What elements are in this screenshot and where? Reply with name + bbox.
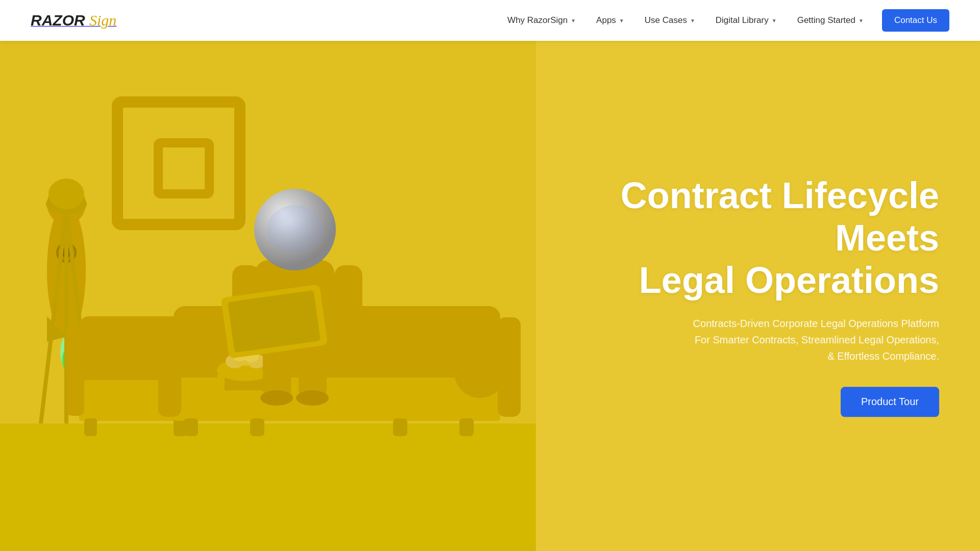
hero-section: Contract Lifecycle Meets Legal Operation… — [0, 0, 980, 551]
hero-subtitle: Contracts-Driven Corporate Legal Operati… — [612, 316, 939, 365]
svg-rect-27 — [184, 418, 198, 436]
svg-point-50 — [267, 205, 323, 254]
nav-item-digital-library[interactable]: Digital Library ▼ — [707, 11, 785, 30]
navbar: RAZOR Sign Why RazorSign ▼ Apps ▼ Use Ca… — [0, 0, 980, 41]
nav-links: Why RazorSign ▼ Apps ▼ Use Cases ▼ Digit… — [499, 9, 949, 32]
logo-razor: RAZOR — [31, 12, 89, 29]
chevron-down-icon: ▼ — [619, 18, 624, 23]
product-tour-button[interactable]: Product Tour — [841, 387, 939, 417]
svg-point-46 — [296, 390, 329, 406]
chevron-down-icon: ▼ — [859, 18, 864, 23]
svg-rect-42 — [334, 265, 362, 316]
logo-sign: Sign — [89, 12, 116, 29]
logo[interactable]: RAZOR Sign — [31, 12, 116, 29]
contact-us-button[interactable]: Contact Us — [882, 9, 949, 32]
svg-point-16 — [48, 179, 84, 209]
svg-rect-30 — [459, 418, 474, 436]
chevron-down-icon: ▼ — [690, 18, 695, 23]
hero-illustration — [0, 0, 539, 551]
hero-title: Contract Lifecycle Meets Legal Operation… — [612, 174, 939, 301]
svg-point-31 — [454, 347, 505, 398]
svg-rect-19 — [66, 327, 84, 416]
chevron-down-icon: ▼ — [571, 18, 576, 23]
nav-item-why-razorsign[interactable]: Why RazorSign ▼ — [499, 11, 584, 30]
svg-rect-1 — [0, 423, 536, 551]
nav-item-use-cases[interactable]: Use Cases ▼ — [636, 11, 703, 30]
svg-point-45 — [260, 390, 293, 406]
svg-rect-21 — [84, 418, 97, 436]
nav-item-apps[interactable]: Apps ▼ — [588, 11, 632, 30]
hero-content: Contract Lifecycle Meets Legal Operation… — [612, 174, 939, 417]
svg-rect-25 — [158, 317, 181, 417]
chevron-down-icon: ▼ — [772, 18, 777, 23]
nav-item-getting-started[interactable]: Getting Started ▼ — [789, 11, 872, 30]
svg-rect-29 — [393, 418, 407, 436]
svg-rect-28 — [250, 418, 264, 436]
